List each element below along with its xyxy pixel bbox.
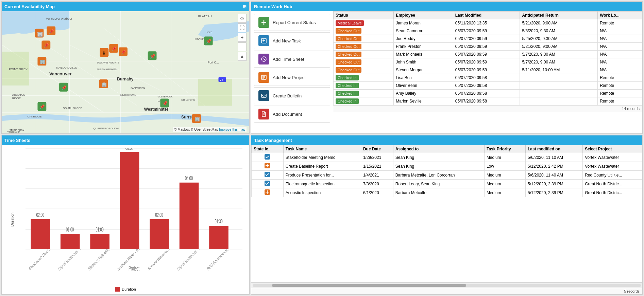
svg-text:06:30: 06:30: [125, 148, 133, 151]
remote-table-row[interactable]: Checked In Lisa Bea 05/07/2020 09:58 Rem…: [334, 74, 642, 82]
svg-text:🏢: 🏢: [101, 82, 107, 87]
task-table-row[interactable]: Produce Presentation for... 1/4/2021 Bar…: [252, 171, 642, 180]
add-document-btn[interactable]: Add Document: [254, 106, 330, 123]
status-badge: Checked Out: [336, 36, 361, 41]
task-name-cell: Stakeholder Meeting Memo: [283, 153, 361, 162]
add-project-icon: [258, 72, 269, 83]
svg-text:Great North Distri...: Great North Distri...: [29, 246, 51, 271]
svg-text:GLENBROOK: GLENBROOK: [157, 95, 172, 98]
add-task-btn[interactable]: Add New Task: [254, 32, 330, 49]
svg-text:SULLIVAN HEIGHTS: SULLIVAN HEIGHTS: [97, 61, 119, 64]
task-modified-cell: 5/12/2020, 2:39 PM: [526, 188, 583, 197]
remote-employee-cell: Steven Morgan: [394, 66, 453, 74]
map-panel: Current Availability Map ⊞: [1, 1, 250, 134]
create-bulletin-btn[interactable]: Create Bulletin: [254, 87, 330, 104]
remote-modified-cell: 05/11/2020 13:35: [453, 19, 520, 27]
task-project-cell: Great North Distric...: [583, 180, 642, 188]
remote-table-row[interactable]: Checked Out Frank Preston 05/07/2020 09:…: [334, 43, 642, 51]
remote-employee-cell: Mark Michaels: [394, 51, 453, 58]
col-employee: Employee: [394, 12, 453, 19]
remote-employee-cell: John Smith: [394, 58, 453, 66]
remote-table-row[interactable]: Checked Out Joe Reddy 05/07/2020 09:59 5…: [334, 35, 642, 43]
task-scrollbar-thumb[interactable]: [272, 284, 466, 287]
task-name-cell: Electromagnetic Inspection: [283, 180, 361, 188]
task-scrollbar[interactable]: [251, 282, 642, 288]
remote-location-cell: N/A: [598, 51, 642, 58]
remote-table-row[interactable]: Medical Leave James Moran 05/11/2020 13:…: [334, 19, 642, 27]
task-due-cell: 1/4/2021: [361, 171, 393, 180]
remote-table-row[interactable]: Checked Out John Smith 05/07/2020 09:59 …: [334, 58, 642, 66]
svg-line-79: [264, 59, 265, 60]
svg-text:🏢: 🏢: [194, 116, 200, 122]
col-status: Status: [334, 12, 394, 19]
task-table-container[interactable]: State ic... Task Name Due Date Assigned …: [251, 145, 642, 282]
svg-rect-14: [198, 79, 232, 106]
task-state-cell: [252, 153, 284, 162]
status-badge: Checked Out: [336, 67, 361, 73]
compass-btn[interactable]: ⊙: [238, 14, 247, 23]
remote-employee-cell: Joe Reddy: [394, 35, 453, 43]
remote-table-row[interactable]: Checked In Oliver Benn 05/07/2020 09:58 …: [334, 82, 642, 90]
report-status-btn[interactable]: Report Current Status: [254, 14, 330, 31]
remote-return-cell: 5/7/2020, 9:30 AM: [520, 51, 598, 58]
zoom-in-btn[interactable]: +: [238, 33, 247, 42]
remote-employee-cell: Frank Preston: [394, 43, 453, 51]
remote-actions: Report Current Status Add New Task Add T…: [251, 11, 333, 133]
remote-table-container[interactable]: Status Employee Last Modified Anticipate…: [333, 11, 642, 133]
svg-rect-119: [209, 226, 228, 249]
y-axis-label: Duration: [10, 212, 14, 227]
add-timesheet-btn[interactable]: Add Time Sheet: [254, 51, 330, 68]
remote-table-row[interactable]: Checked Out Mark Michaels 05/07/2020 09:…: [334, 51, 642, 58]
fullscreen-btn[interactable]: ⛶: [238, 23, 247, 32]
map-container[interactable]: Vancouver Harbour PLATEAU Ioco Coquitl..…: [2, 11, 249, 133]
remote-table-row[interactable]: Checked Out Steven Morgan 05/07/2020 09:…: [334, 66, 642, 74]
map-title: Current Availability Map: [4, 4, 55, 9]
task-table: State ic... Task Name Due Date Assigned …: [251, 145, 642, 197]
svg-text:02:00: 02:00: [36, 212, 44, 218]
svg-text:RIDGE: RIDGE: [12, 97, 21, 100]
task-project-cell: Vortex Wastewater: [583, 162, 642, 171]
svg-text:SAPPERTON: SAPPERTON: [131, 87, 145, 89]
add-document-label: Add Document: [273, 112, 302, 117]
remote-modified-cell: 05/07/2020 09:58: [453, 97, 520, 105]
task-table-row[interactable]: Stakeholder Meeting Memo 1/29/2021 Sean …: [252, 153, 642, 162]
svg-text:📌: 📌: [61, 85, 67, 91]
task-table-row[interactable]: Electromagnetic Inspection 7/3/2020 Robe…: [252, 180, 642, 188]
remote-location-cell: N/A: [598, 35, 642, 43]
svg-text:SOUTH SLOPE: SOUTH SLOPE: [63, 107, 82, 110]
svg-text:📌: 📌: [44, 43, 49, 48]
task-table-row[interactable]: Acoustic Inspection 6/1/2020 Barbara Met…: [252, 188, 642, 197]
remote-table-row[interactable]: Checked In Marion Seville 05/07/2020 09:…: [334, 97, 642, 105]
timesheets-panel: Time Sheets Duration 08:20 06:40 05:00 0…: [1, 135, 250, 295]
task-priority-cell: Low: [484, 162, 525, 171]
remote-status-cell: Checked In: [334, 97, 394, 105]
task-modified-cell: 5/6/2020, 11:40 AM: [526, 171, 583, 180]
rotate-btn[interactable]: ▲: [238, 52, 247, 61]
svg-text:ARBUTUS: ARBUTUS: [12, 93, 25, 96]
svg-text:📌: 📌: [162, 101, 168, 106]
task-state-cell: [252, 188, 284, 197]
chart-legend: Duration: [115, 287, 136, 292]
remote-location-cell: Remote: [598, 82, 642, 90]
task-table-row[interactable]: Create Baseline Report 1/15/2021 Sean Ki…: [252, 162, 642, 171]
remote-status-cell: Checked Out: [334, 58, 394, 66]
svg-text:🌡: 🌡: [102, 50, 106, 56]
zoom-out-btn[interactable]: −: [238, 42, 247, 51]
svg-text:Westminster: Westminster: [144, 107, 169, 112]
col-work-location: Work Lo...: [598, 12, 642, 19]
svg-text:02:00: 02:00: [155, 212, 163, 218]
map-grid-icon[interactable]: ⊞: [243, 4, 247, 9]
add-project-btn[interactable]: Add New Project: [254, 69, 330, 86]
svg-text:Burnaby: Burnaby: [117, 77, 134, 81]
task-due-cell: 6/1/2020: [361, 188, 393, 197]
remote-table-row[interactable]: Checked In Amy Bailey 05/07/2020 09:58 R…: [334, 90, 642, 97]
svg-text:PLATEAU: PLATEAU: [198, 15, 212, 18]
remote-employee-cell: Sean Cameron: [394, 27, 453, 35]
improve-link[interactable]: Improve this map: [219, 128, 245, 131]
remote-return-cell: [520, 90, 598, 97]
task-assigned-cell: Robert Leary, Sean King: [393, 180, 484, 188]
remote-employee-cell: Marion Seville: [394, 97, 453, 105]
timesheets-header: Time Sheets: [2, 135, 249, 145]
task-name-cell: Acoustic Inspection: [283, 188, 361, 197]
remote-table-row[interactable]: Checked Out Sean Cameron 05/07/2020 09:5…: [334, 27, 642, 35]
